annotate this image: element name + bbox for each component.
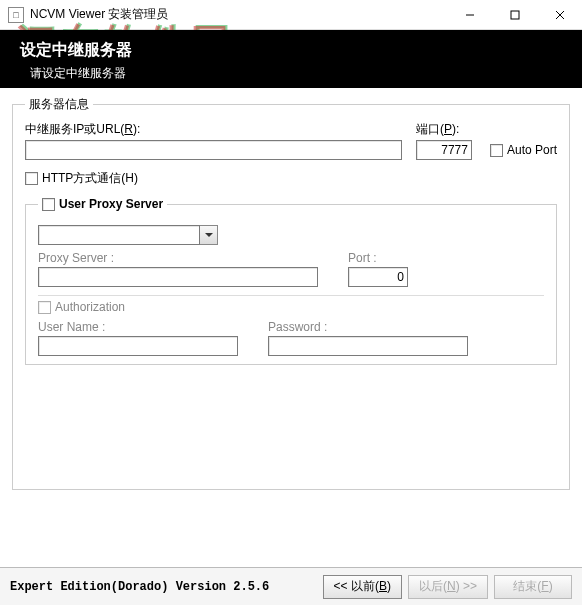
server-info-legend: 服务器信息 [25,96,93,113]
password-input[interactable] [268,336,468,356]
finish-button[interactable]: 结束(F) [494,575,572,599]
proxy-server-input[interactable] [38,267,318,287]
proxy-type-combo[interactable] [38,225,200,245]
wizard-footer: Expert Edition(Dorado) Version 2.5.6 << … [0,567,582,605]
username-input[interactable] [38,336,238,356]
proxy-server-label: Proxy Server : [38,251,318,265]
window-titlebar: □ NCVM Viewer 安装管理员 [0,0,582,30]
proxy-group: User Proxy Server Proxy Server : Port : [25,197,557,365]
port-label: 端口(P): [416,121,476,138]
http-mode-checkbox[interactable] [25,172,38,185]
proxy-port-label: Port : [348,251,448,265]
password-label: Password : [268,320,468,334]
auto-port-checkbox[interactable] [490,144,503,157]
close-button[interactable] [537,1,582,29]
wizard-subtitle: 请设定中继服务器 [30,65,562,82]
authorization-checkbox[interactable] [38,301,51,314]
window-title: NCVM Viewer 安装管理员 [30,6,447,23]
wizard-header: 设定中继服务器 请设定中继服务器 [0,30,582,88]
port-input[interactable] [416,140,472,160]
app-icon: □ [8,7,24,23]
http-mode-label: HTTP方式通信(H) [42,170,138,187]
minimize-button[interactable] [447,1,492,29]
username-label: User Name : [38,320,238,334]
use-proxy-checkbox[interactable] [42,198,55,211]
proxy-legend: User Proxy Server [38,197,167,211]
server-info-group: 服务器信息 中继服务IP或URL(R): 端口(P): Auto Port [12,96,570,490]
maximize-button[interactable] [492,1,537,29]
auto-port-label: Auto Port [507,143,557,157]
proxy-port-input[interactable] [348,267,408,287]
svg-rect-1 [511,11,519,19]
back-button[interactable]: << 以前(B) [323,575,402,599]
next-button[interactable]: 以后(N) >> [408,575,488,599]
authorization-label: Authorization [55,300,125,314]
relay-url-input[interactable] [25,140,402,160]
chevron-down-icon[interactable] [200,225,218,245]
wizard-title: 设定中继服务器 [20,40,562,61]
relay-url-label: 中继服务IP或URL(R): [25,121,402,138]
version-label: Expert Edition(Dorado) Version 2.5.6 [10,580,317,594]
